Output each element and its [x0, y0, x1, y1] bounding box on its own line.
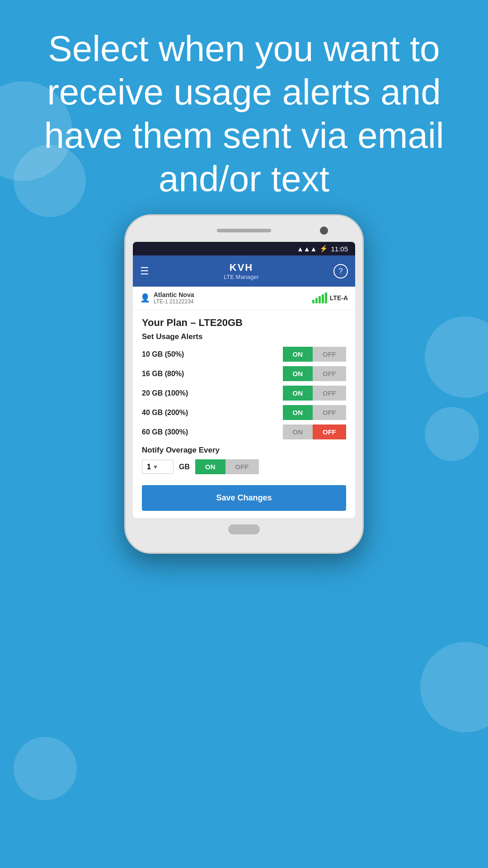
alert-label-3: 40 GB (200%) — [142, 409, 188, 417]
alert-row-4: 60 GB (300%) ON OFF — [142, 425, 346, 439]
notify-row: 1 2 5 ▼ GB ON OFF — [142, 459, 346, 474]
toggle-off-3[interactable]: OFF — [313, 405, 346, 420]
help-button[interactable]: ? — [333, 264, 348, 278]
phone-speaker — [217, 229, 271, 232]
app-subtitle: LTE Manager — [224, 274, 259, 280]
alert-row-3: 40 GB (200%) ON OFF — [142, 405, 346, 420]
app-logo: KVH — [224, 262, 259, 274]
toggle-group-3: ON OFF — [283, 405, 347, 420]
signal-bars — [312, 292, 327, 303]
alert-label-1: 16 GB (80%) — [142, 370, 184, 378]
toggle-group-4: ON OFF — [283, 425, 347, 439]
alert-row-0: 10 GB (50%) ON OFF — [142, 347, 346, 362]
time-display: 11:05 — [331, 245, 348, 253]
alert-label-4: 60 GB (300%) — [142, 428, 188, 436]
status-bar: ▲▲▲ ⚡ 11:05 — [133, 242, 355, 255]
app-bar: ☰ KVH LTE Manager ? — [133, 255, 355, 287]
account-number: LTE-1 21122234 — [154, 298, 194, 305]
alert-row-2: 20 GB (100%) ON OFF — [142, 386, 346, 401]
toggle-on-1[interactable]: ON — [283, 366, 313, 381]
toggle-off-2[interactable]: OFF — [313, 386, 346, 401]
notify-select[interactable]: 1 2 5 — [147, 463, 151, 471]
section-title: Set Usage Alerts — [142, 332, 346, 341]
phone-screen: ▲▲▲ ⚡ 11:05 ☰ KVH LTE Manager ? 👤 — [133, 242, 355, 518]
notify-toggle-group: ON OFF — [195, 459, 259, 474]
toggle-on-4[interactable]: ON — [283, 425, 313, 439]
alert-row-1: 16 GB (80%) ON OFF — [142, 366, 346, 381]
alert-label-0: 10 GB (50%) — [142, 350, 184, 359]
toggle-group-0: ON OFF — [283, 347, 347, 362]
notify-toggle-on[interactable]: ON — [195, 459, 225, 474]
signal-area: LTE-A — [312, 292, 348, 303]
notify-toggle-off[interactable]: OFF — [225, 459, 259, 474]
account-name: Atlantic Nova — [154, 291, 194, 298]
toggle-on-3[interactable]: ON — [283, 405, 313, 420]
notify-section: Notify Overage Every 1 2 5 ▼ GB — [142, 446, 346, 474]
alert-label-2: 20 GB (100%) — [142, 389, 188, 397]
toggle-group-1: ON OFF — [283, 366, 347, 381]
phone-bottom — [133, 524, 355, 534]
menu-button[interactable]: ☰ — [140, 265, 149, 277]
notify-title: Notify Overage Every — [142, 446, 346, 455]
account-row: 👤 Atlantic Nova LTE-1 21122234 LTE-A — [133, 287, 355, 310]
toggle-on-2[interactable]: ON — [283, 386, 313, 401]
account-icon: 👤 — [140, 293, 150, 303]
lte-badge: LTE-A — [330, 294, 348, 302]
toggle-group-2: ON OFF — [283, 386, 347, 401]
home-button[interactable] — [228, 524, 260, 534]
notify-dropdown[interactable]: 1 2 5 ▼ — [142, 460, 174, 474]
save-changes-button[interactable]: Save Changes — [142, 485, 346, 511]
toggle-off-1[interactable]: OFF — [313, 366, 346, 381]
phone-mockup: ▲▲▲ ⚡ 11:05 ☰ KVH LTE Manager ? 👤 — [0, 214, 488, 554]
phone-camera — [320, 226, 328, 235]
battery-icon: ⚡ — [319, 245, 328, 253]
content-area: Your Plan – LTE20GB Set Usage Alerts 10 … — [133, 310, 355, 518]
dropdown-arrow-icon: ▼ — [153, 464, 158, 470]
signal-icon: ▲▲▲ — [297, 245, 317, 253]
toggle-off-4[interactable]: OFF — [313, 425, 346, 439]
plan-title: Your Plan – LTE20GB — [142, 317, 346, 329]
toggle-off-0[interactable]: OFF — [313, 347, 346, 362]
hero-text: Select when you want to receive usage al… — [0, 0, 488, 210]
notify-unit: GB — [179, 463, 190, 471]
toggle-on-0[interactable]: ON — [283, 347, 313, 362]
